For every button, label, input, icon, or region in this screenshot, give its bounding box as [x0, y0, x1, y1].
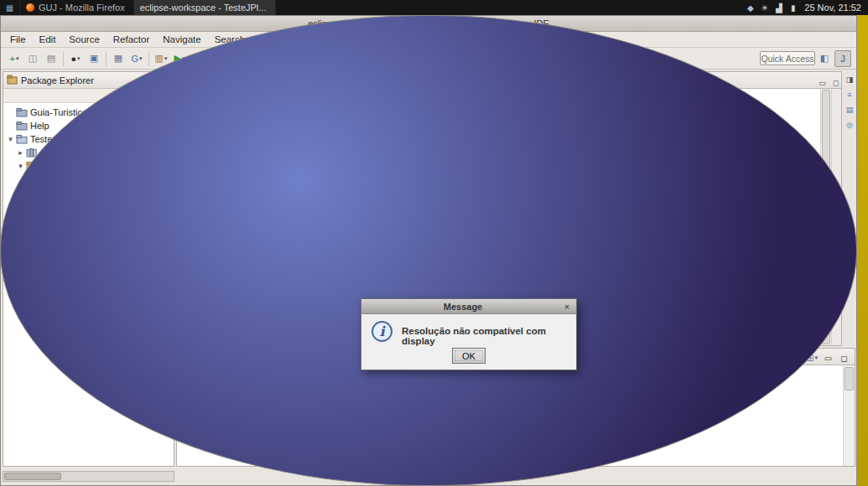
editor-controls: ▭ ◻: [817, 77, 841, 88]
search-view-icon[interactable]: ◎: [844, 119, 855, 131]
save-icon[interactable]: ◫: [24, 50, 41, 67]
dropdown-arrow-icon: ▾: [16, 55, 19, 62]
expanded-arrow-icon[interactable]: ▾: [6, 135, 15, 143]
maximize-view-icon[interactable]: ◻: [837, 351, 851, 364]
toolbar-separator: [148, 51, 149, 66]
package-explorer-hscrollbar[interactable]: [3, 471, 174, 482]
quick-access-box[interactable]: Quick Access: [760, 51, 815, 65]
minimize-editor-icon[interactable]: ▭: [817, 77, 828, 88]
scrollbar-thumb[interactable]: [4, 473, 61, 480]
print-icon[interactable]: ▤: [43, 50, 60, 67]
eclipse-icon: [0, 15, 857, 486]
dropdown-arrow-icon: ▾: [164, 55, 168, 62]
taskbar-window-label: eclipse-workspace - TesteJPl...: [140, 3, 267, 13]
dropdown-arrow-icon: ▾: [814, 354, 818, 361]
dialog-message: Resolução não compatível com display: [402, 326, 569, 346]
taskbar-window-list: GUJ - Mozilla Firefoxeclipse-workspace -…: [20, 0, 276, 15]
collapsed-arrow-icon[interactable]: ▸: [16, 148, 25, 157]
ok-button[interactable]: OK: [452, 348, 486, 364]
scrollbar-thumb[interactable]: [845, 367, 854, 390]
taskbar-window-label: GUJ - Mozilla Firefox: [39, 3, 125, 13]
dialog-titlebar[interactable]: Message ×: [361, 299, 576, 314]
system-tray: ◆☀▟▮: [743, 3, 800, 13]
view-title: Package Explorer: [21, 75, 94, 85]
menu-source[interactable]: Source: [62, 32, 106, 47]
java-perspective-icon[interactable]: J: [834, 50, 851, 67]
restore-views-icon[interactable]: ◨: [844, 74, 855, 85]
package-explorer-icon: [7, 75, 18, 86]
menu-edit[interactable]: Edit: [33, 32, 63, 47]
dialog-body: i Resolução não compatível com display O…: [361, 314, 576, 370]
desktop: ▦ GUJ - Mozilla Firefoxeclipse-workspace…: [0, 0, 868, 486]
open-perspective-icon[interactable]: ◧: [816, 50, 833, 67]
web-browser-icon[interactable]: G▾: [128, 50, 145, 67]
task-list-view-icon[interactable]: ▤: [844, 104, 855, 116]
console-scrollbar[interactable]: [843, 365, 855, 466]
message-dialog: Message × i Resolução não compatível com…: [361, 298, 577, 370]
maximize-editor-icon[interactable]: ◻: [830, 77, 841, 88]
project-closed-icon: [15, 121, 29, 132]
taskbar-window-eclipse[interactable]: eclipse-workspace - TesteJPl...: [134, 0, 276, 15]
menu-navigate[interactable]: Navigate: [156, 32, 207, 47]
dialog-title: Message: [365, 302, 561, 312]
battery-icon[interactable]: ▮: [786, 3, 800, 13]
toolbar-separator: [106, 51, 107, 66]
taskbar: ▦ GUJ - Mozilla Firefoxeclipse-workspace…: [0, 0, 868, 15]
clock[interactable]: 25 Nov, 21:52: [804, 3, 861, 13]
perspective-bar: ◧J: [815, 50, 852, 67]
bluetooth-icon[interactable]: ◆: [743, 3, 757, 13]
outline-view-icon[interactable]: ≡: [844, 89, 855, 101]
expanded-arrow-icon[interactable]: ▾: [16, 162, 25, 170]
dropdown-arrow-icon: ▾: [77, 55, 81, 62]
tree-item-label: Help: [30, 121, 49, 131]
new-wizard-icon[interactable]: +▾: [6, 50, 23, 67]
taskbar-window-firefox[interactable]: GUJ - Mozilla Firefox: [20, 0, 134, 15]
saros-session-icon[interactable]: ▣: [86, 50, 102, 67]
dialog-close-icon[interactable]: ×: [561, 301, 573, 313]
menu-refactor[interactable]: Refactor: [107, 32, 156, 47]
firefox-icon: [26, 3, 34, 12]
saros-connect-icon[interactable]: ●▾: [67, 50, 84, 67]
project-closed-icon: [15, 107, 29, 118]
dropdown-arrow-icon: ▾: [139, 55, 143, 62]
brightness-icon[interactable]: ☀: [757, 3, 772, 13]
toolbar-separator: [63, 51, 64, 66]
minimize-view-icon[interactable]: ▭: [821, 351, 835, 364]
network-icon[interactable]: ▟: [772, 3, 786, 13]
applications-menu-icon: ▦: [6, 3, 13, 13]
show-table-icon[interactable]: ▦: [110, 50, 127, 67]
menu-file[interactable]: File: [3, 32, 33, 47]
info-icon: i: [372, 321, 392, 342]
applications-menu-button[interactable]: ▦: [0, 0, 20, 15]
project-open-icon: [15, 134, 29, 145]
